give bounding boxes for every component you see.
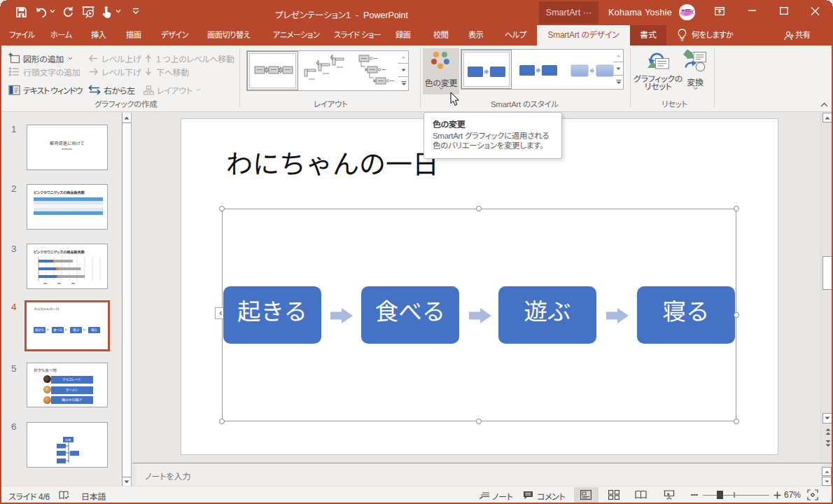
svg-text:社長: 社長 — [64, 437, 71, 441]
